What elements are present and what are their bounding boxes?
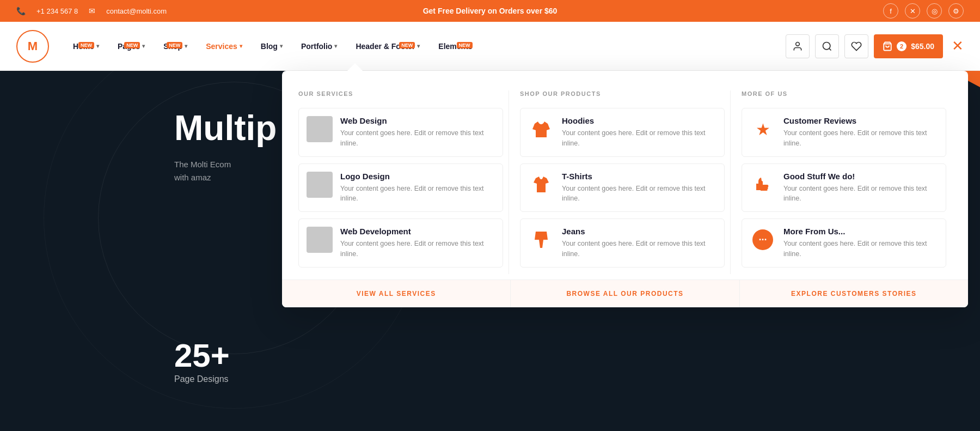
chevron-down-icon-blog: ▾ (280, 43, 283, 49)
hero-stat-label: Page Designs (174, 374, 277, 384)
web-design-icon (307, 116, 333, 142)
more-card-more-from-us[interactable]: ··· More From Us... Your content goes he… (742, 218, 946, 268)
chevron-down-icon-shop: ▾ (185, 43, 187, 49)
search-button[interactable] (815, 34, 839, 58)
nav-badge-pages: NEW (124, 42, 140, 48)
more-from-us-title: More From Us... (783, 227, 938, 236)
good-stuff-desc: Your content goes here. Edit or remove t… (783, 184, 938, 204)
product-card-jeans-content: Jeans Your content goes here. Edit or re… (562, 227, 716, 259)
more-from-us-desc: Your content goes here. Edit or remove t… (783, 239, 938, 259)
hero-stat-number: 25+ (174, 337, 277, 374)
facebook-icon[interactable]: f (883, 3, 898, 19)
logo[interactable]: M (16, 30, 49, 63)
nav-badge-home: NEW (78, 42, 94, 48)
product-card-hoodies[interactable]: Hoodies Your content goes here. Edit or … (520, 108, 725, 157)
tshirts-icon (528, 172, 554, 198)
nav-label-home: Home NEW (73, 42, 94, 51)
svg-point-0 (796, 42, 800, 46)
nav-item-home[interactable]: Home NEW ▾ (65, 38, 107, 55)
explore-customers-button[interactable]: EXPLORE CUSTOMERS STORIES (739, 280, 968, 307)
mega-menu-dropdown: OUR SERVICES Web Design Your content goe… (282, 71, 968, 307)
product-card-jeans[interactable]: Jeans Your content goes here. Edit or re… (520, 218, 725, 268)
product-card-tshirts[interactable]: T-Shirts Your content goes here. Edit or… (520, 163, 725, 213)
reviews-title: Customer Reviews (783, 116, 938, 125)
web-dev-icon (307, 227, 333, 253)
top-bar-left: 📞 +1 234 567 8 ✉ contact@molti.com (16, 7, 167, 15)
products-col-title: SHOP OUR PRODUCTS (520, 90, 725, 97)
chevron-down-icon-home: ▾ (96, 43, 99, 49)
good-stuff-title: Good Stuff We do! (783, 172, 938, 181)
chevron-down-icon-header-footer: ▾ (417, 43, 420, 49)
nav-item-blog[interactable]: Blog ▾ (253, 38, 290, 55)
service-card-web-dev[interactable]: Web Development Your content goes here. … (298, 218, 503, 268)
hero-text: Multip The Molti Ecom with amaz 25+ Page… (174, 109, 277, 384)
more-card-reviews-content: Customer Reviews Your content goes here.… (783, 116, 938, 149)
chevron-down-icon-services: ▾ (240, 43, 242, 49)
mega-menu-columns: OUR SERVICES Web Design Your content goe… (298, 90, 952, 274)
nav-label-elements: Elements NEW (438, 42, 472, 51)
twitter-x-icon[interactable]: ✕ (905, 3, 920, 19)
tshirts-title: T-Shirts (562, 172, 716, 181)
top-bar: 📞 +1 234 567 8 ✉ contact@molti.com Get F… (0, 0, 980, 22)
wishlist-button[interactable] (844, 34, 868, 58)
good-stuff-icon (750, 172, 776, 198)
logo-design-icon (307, 172, 333, 198)
web-design-title: Web Design (340, 116, 495, 125)
tshirts-desc: Your content goes here. Edit or remove t… (562, 184, 716, 204)
reviews-desc: Your content goes here. Edit or remove t… (783, 128, 938, 149)
page-wrapper: Multip The Molti Ecom with amaz 25+ Page… (0, 0, 980, 431)
nav-item-elements[interactable]: Elements NEW (431, 38, 480, 55)
mega-col-services: OUR SERVICES Web Design Your content goe… (298, 90, 509, 274)
settings-icon[interactable]: ⚙ (948, 3, 964, 19)
cart-count: 2 (897, 41, 906, 51)
header: M Home NEW ▾ Pages NEW ▾ Sho (0, 22, 980, 71)
web-design-desc: Your content goes here. Edit or remove t… (340, 128, 495, 149)
email-icon: ✉ (89, 7, 95, 15)
chevron-down-icon-portfolio: ▾ (334, 43, 337, 49)
browse-all-products-button[interactable]: BROWSE ALL OUR PRODUCTS (510, 280, 739, 307)
mega-col-more: MORE OF US ★ Customer Reviews Your conte… (730, 90, 952, 274)
nav-label-blog: Blog (261, 42, 278, 51)
mega-menu-footer: VIEW ALL SERVICES BROWSE ALL OUR PRODUCT… (282, 280, 968, 307)
more-card-good-stuff[interactable]: Good Stuff We do! Your content goes here… (742, 163, 946, 213)
close-button[interactable]: ✕ (952, 38, 964, 54)
service-card-web-dev-content: Web Development Your content goes here. … (340, 227, 495, 259)
more-card-reviews[interactable]: ★ Customer Reviews Your content goes her… (742, 108, 946, 157)
nav-item-portfolio[interactable]: Portfolio ▾ (293, 38, 345, 55)
social-icons: f ✕ ◎ ⚙ (883, 3, 964, 19)
nav-item-pages[interactable]: Pages NEW ▾ (110, 38, 152, 55)
signin-button[interactable] (786, 34, 810, 58)
hoodies-title: Hoodies (562, 116, 716, 125)
nav-label-shop: Shop NEW (163, 42, 182, 51)
more-from-us-icon: ··· (750, 227, 776, 253)
nav-item-services[interactable]: Services ▾ (198, 38, 250, 55)
mega-col-products: SHOP OUR PRODUCTS Hoodies Your content g… (509, 90, 730, 274)
cart-total: $65.00 (911, 42, 934, 51)
logo-design-title: Logo Design (340, 172, 495, 181)
hero-subtitle: The Molti Ecom with amaz (174, 158, 277, 184)
nav-item-header-footer[interactable]: Header & Footer NEW ▾ (348, 38, 427, 55)
hoodies-desc: Your content goes here. Edit or remove t… (562, 128, 716, 149)
nav-badge-elements: NEW (457, 42, 473, 48)
more-col-title: MORE OF US (742, 90, 946, 97)
more-card-good-stuff-content: Good Stuff We do! Your content goes here… (783, 172, 938, 204)
phone-number[interactable]: +1 234 567 8 (36, 7, 78, 15)
jeans-icon (528, 227, 554, 253)
nav-label-portfolio: Portfolio (301, 42, 333, 51)
service-card-logo-design-content: Logo Design Your content goes here. Edit… (340, 172, 495, 204)
hero-title: Multip (174, 109, 277, 147)
product-card-tshirts-content: T-Shirts Your content goes here. Edit or… (562, 172, 716, 204)
service-card-logo-design[interactable]: Logo Design Your content goes here. Edit… (298, 163, 503, 213)
main-nav: Home NEW ▾ Pages NEW ▾ Shop NEW ▾ (65, 38, 786, 55)
service-card-web-design-content: Web Design Your content goes here. Edit … (340, 116, 495, 149)
view-all-services-button[interactable]: VIEW ALL SERVICES (282, 280, 510, 307)
nav-item-shop[interactable]: Shop NEW ▾ (156, 38, 195, 55)
svg-point-1 (823, 42, 830, 49)
services-col-title: OUR SERVICES (298, 90, 503, 97)
web-dev-title: Web Development (340, 227, 495, 236)
email-address[interactable]: contact@molti.com (106, 7, 167, 15)
service-card-web-design[interactable]: Web Design Your content goes here. Edit … (298, 108, 503, 157)
cart-button[interactable]: 2 $65.00 (874, 34, 943, 58)
logo-design-desc: Your content goes here. Edit or remove t… (340, 184, 495, 204)
instagram-icon[interactable]: ◎ (927, 3, 942, 19)
